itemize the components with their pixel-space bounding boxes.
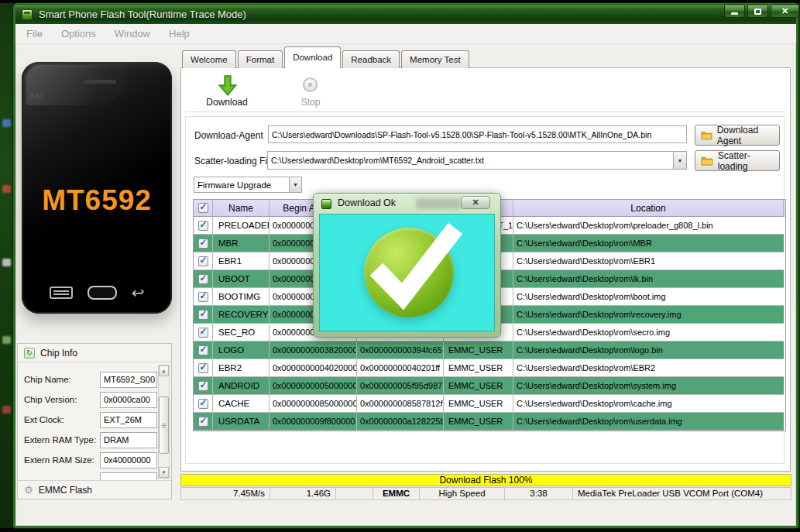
download-agent-button[interactable]: Download Agent [695,125,780,146]
row-checkbox-cell[interactable]: ✓ [194,306,213,324]
row-checkbox-cell[interactable]: ✓ [194,359,213,377]
cell-region[interactable]: EMMC_USER [444,342,513,359]
cell-location[interactable]: C:\Users\edward\Desktop\rom\cache.img [513,395,784,413]
table-row-usrdata[interactable]: ✓USRDATA0x000000009f8000000x00000000a128… [194,413,785,431]
chip-field-value[interactable]: DRAM [100,432,157,448]
cell-name[interactable]: USRDATA [213,413,270,431]
cell-location[interactable]: C:\Users\edward\Desktop\rom\system.img [513,377,784,395]
scroll-down-icon[interactable]: ▼ [159,467,169,478]
cell-region[interactable]: EMMC_USER [444,395,513,413]
table-row-logo[interactable]: ✓LOGO0x00000000038200000x000000000394fc6… [194,342,785,359]
chevron-down-icon[interactable]: ▼ [289,177,301,192]
cell-end[interactable]: 0x000000000394fc65 [357,342,444,359]
cell-name[interactable]: SEC_RO [213,324,270,342]
download-agent-input[interactable]: C:\Users\edward\Downloads\SP-Flash-Tool-… [268,125,687,143]
scatter-file-combo[interactable]: C:\Users\edward\Desktop\rom\MT6592_Andro… [267,151,687,170]
row-checkbox[interactable]: ✓ [198,221,208,231]
cell-region[interactable]: EMMC_USER [444,377,513,395]
table-row-android[interactable]: ✓ANDROID0x00000000050000000x000000005f95… [194,377,785,395]
flash-mode-combo[interactable]: Firmware Upgrade ▼ [194,177,302,193]
row-checkbox-cell[interactable]: ✓ [194,413,213,431]
cell-name[interactable]: ANDROID [213,377,270,395]
cell-location[interactable]: C:\Users\edward\Desktop\rom\EBR2 [513,359,784,377]
row-checkbox-cell[interactable]: ✓ [194,270,213,288]
scrollbar-thumb[interactable] [159,396,169,454]
row-checkbox[interactable]: ✓ [198,345,208,355]
cell-location[interactable]: C:\Users\edward\Desktop\rom\EBR1 [513,252,784,270]
row-checkbox-cell[interactable]: ✓ [194,235,213,252]
chip-field-value[interactable]: MT6592_S00 [100,372,157,388]
menu-file[interactable]: File [26,28,43,39]
chip-info-scrollbar[interactable]: ▲ ▼ [158,365,170,479]
cell-location[interactable]: C:\Users\edward\Desktop\rom\boot.img [513,288,784,306]
dialog-close-button[interactable]: ✕ [461,196,490,209]
row-checkbox[interactable]: ✓ [198,256,208,266]
row-checkbox[interactable]: ✓ [198,381,208,391]
cell-name[interactable]: PRELOADER [213,217,270,235]
chip-field-value[interactable]: 0x0000ca00 [100,392,157,408]
stop-button[interactable]: Stop [291,97,330,108]
cell-region[interactable]: EMMC_USER [444,413,513,431]
select-all-checkbox[interactable]: ✓ [198,203,208,213]
cell-name[interactable]: LOGO [213,342,270,359]
menu-help[interactable]: Help [169,28,190,39]
row-checkbox[interactable]: ✓ [198,310,208,320]
chip-field-value[interactable]: EXT_26M [100,412,157,428]
row-checkbox[interactable]: ✓ [198,274,208,284]
row-checkbox-cell[interactable]: ✓ [194,324,213,342]
row-checkbox[interactable]: ✓ [198,328,208,338]
row-checkbox-cell[interactable]: ✓ [194,217,213,235]
titlebar[interactable]: Smart Phone Flash Tool(Runtime Trace Mod… [15,5,796,24]
cell-end[interactable]: 0x000000008587812f [357,395,444,413]
tab-format[interactable]: Format [238,50,283,68]
cell-region[interactable]: EMMC_USER [444,359,513,377]
menu-window[interactable]: Window [115,28,150,39]
cell-location[interactable]: C:\Users\edward\Desktop\rom\userdata.img [513,413,784,431]
tab-download[interactable]: Download [284,46,341,68]
cell-begin[interactable]: 0x0000000004020000 [270,359,357,377]
tab-memory-test[interactable]: Memory Test [401,50,469,68]
cell-name[interactable]: MBR [213,235,270,252]
cell-name[interactable]: UBOOT [213,270,270,288]
table-row-cache[interactable]: ✓CACHE0x00000000850000000x00000000858781… [194,395,785,413]
table-row-ebr2[interactable]: ✓EBR20x00000000040200000x00000000040201f… [194,359,785,377]
cell-name[interactable]: EBR2 [213,359,270,377]
row-checkbox-cell[interactable]: ✓ [194,395,213,413]
cell-end[interactable]: 0x00000000a128225b [357,413,444,431]
chevron-down-icon[interactable]: ▼ [673,152,686,169]
cell-location[interactable]: C:\Users\edward\Desktop\rom\secro.img [513,324,784,342]
row-checkbox-cell[interactable]: ✓ [194,288,213,306]
cell-begin[interactable]: 0x0000000085000000 [270,395,357,413]
row-checkbox[interactable]: ✓ [198,363,208,373]
maximize-button[interactable] [747,5,768,18]
cell-name[interactable]: EBR1 [213,252,270,270]
row-checkbox-cell[interactable]: ✓ [194,252,213,270]
row-checkbox[interactable]: ✓ [198,239,208,249]
row-checkbox[interactable]: ✓ [198,417,208,427]
row-checkbox[interactable]: ✓ [198,292,208,302]
row-checkbox[interactable]: ✓ [198,399,208,409]
tab-readback[interactable]: Readback [342,50,400,68]
download-arrow-icon[interactable] [217,75,239,97]
scroll-up-icon[interactable]: ▲ [159,366,169,376]
cell-begin[interactable]: 0x0000000003820000 [270,342,357,359]
cell-location[interactable]: C:\Users\edward\Desktop\rom\preloader_g8… [513,217,784,235]
tab-welcome[interactable]: Welcome [182,50,236,68]
minimize-button[interactable] [724,5,745,18]
cell-location[interactable]: C:\Users\edward\Desktop\rom\MBR [513,235,784,252]
scatter-loading-button[interactable]: Scatter-loading [695,150,780,171]
menu-options[interactable]: Options [61,28,96,39]
chip-field-value[interactable]: 0x40000000 [100,452,157,469]
cell-name[interactable]: CACHE [213,395,270,413]
close-button[interactable]: ✕ [771,5,799,18]
cell-begin[interactable]: 0x000000009f800000 [270,413,357,431]
stop-icon[interactable] [303,77,318,92]
cell-location[interactable]: C:\Users\edward\Desktop\rom\logo.bin [513,342,784,359]
cell-location[interactable]: C:\Users\edward\Desktop\rom\lk.bin [513,270,784,288]
download-button[interactable]: Download [200,97,254,108]
cell-end[interactable]: 0x00000000040201ff [357,359,444,377]
cell-name[interactable]: RECOVERY [213,306,270,324]
cell-begin[interactable]: 0x0000000005000000 [270,377,357,395]
row-checkbox-cell[interactable]: ✓ [194,377,213,395]
cell-location[interactable]: C:\Users\edward\Desktop\rom\recovery.img [513,306,784,324]
